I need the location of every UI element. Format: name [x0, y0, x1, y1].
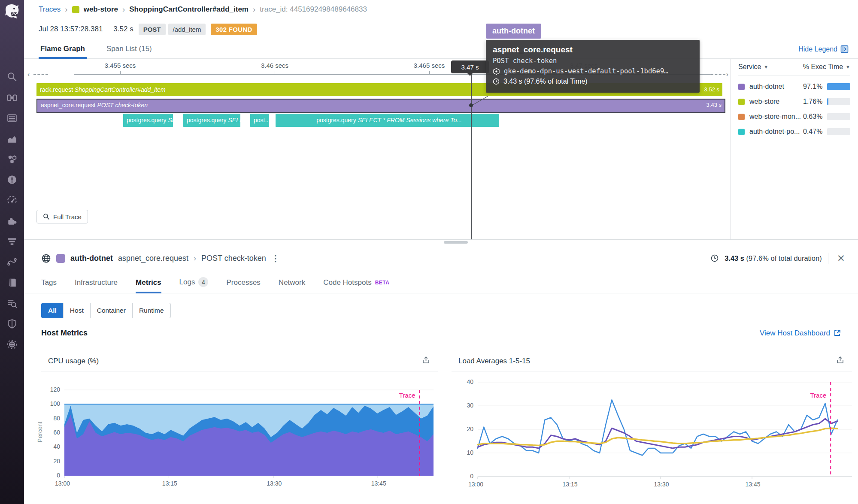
- full-trace-button[interactable]: Full Trace: [36, 210, 88, 223]
- caret-down-icon[interactable]: ▼: [764, 64, 768, 69]
- tab-flame-graph[interactable]: Flame Graph: [39, 45, 87, 58]
- network-globe-icon[interactable]: [7, 339, 17, 350]
- service-map-link-icon[interactable]: [7, 257, 17, 267]
- legend-col-service[interactable]: Service: [738, 63, 761, 71]
- hide-legend-label: Hide Legend: [798, 45, 837, 53]
- dashboards-icon[interactable]: [7, 113, 17, 123]
- divider: [108, 24, 108, 34]
- search-icon[interactable]: [7, 72, 17, 82]
- flame-legend-panel: Service ▼ % Exec Time ▼ auth-dotnet97.1%…: [730, 59, 858, 239]
- view-host-dashboard-link[interactable]: View Host Dashboard: [760, 329, 841, 338]
- time-axis-tick-label: 3.465 secs: [399, 62, 459, 69]
- integrations-puzzle-icon[interactable]: [7, 216, 17, 226]
- legend-row[interactable]: web-store1.76%: [738, 98, 850, 106]
- globe-icon: [41, 254, 51, 263]
- hide-legend-button[interactable]: Hide Legend: [798, 45, 849, 58]
- datadog-logo-icon[interactable]: [4, 4, 20, 21]
- external-link-icon: [834, 329, 841, 337]
- export-chart-icon[interactable]: [836, 356, 844, 366]
- flame-span-bar[interactable]: postgres.query SEL...: [123, 114, 173, 127]
- axis-right-arrow-icon[interactable]: ›: [726, 70, 728, 78]
- http-status-badge: 302 FOUND: [211, 24, 257, 35]
- axis-left-arrow-icon[interactable]: ‹: [27, 70, 30, 78]
- more-options-kebab-icon[interactable]: ⋮: [271, 253, 280, 263]
- metrics-filter-runtime[interactable]: Runtime: [132, 303, 171, 318]
- metrics-filter-all[interactable]: All: [41, 303, 64, 318]
- legend-color-swatch: [738, 84, 745, 90]
- span-tab-code-hotspots[interactable]: Code HotspotsBETA: [323, 278, 389, 293]
- main-content: Traces › web-store › ShoppingCartControl…: [24, 0, 858, 504]
- chevron-right-icon: ›: [65, 5, 67, 14]
- span-tab-infrastructure[interactable]: Infrastructure: [75, 278, 118, 293]
- metrics-chart-icon[interactable]: [7, 133, 17, 144]
- legend-row[interactable]: auth-dotnet97.1%: [738, 83, 850, 91]
- view-tabs: Flame Graph Span List (15) Hide Legend: [24, 39, 858, 59]
- load-chart-title: Load Averages 1-5-15: [458, 357, 530, 365]
- metrics-filter-container[interactable]: Container: [90, 303, 133, 318]
- breadcrumb: Traces › web-store › ShoppingCartControl…: [24, 0, 858, 19]
- infrastructure-hexagons-icon[interactable]: [7, 154, 17, 164]
- legend-col-exec-time[interactable]: % Exec Time: [803, 63, 843, 71]
- legend-color-swatch: [738, 99, 745, 105]
- monitors-alert-icon[interactable]: [7, 175, 17, 185]
- breadcrumb-service[interactable]: web-store: [84, 5, 118, 14]
- close-panel-icon[interactable]: ✕: [834, 253, 848, 264]
- y-axis-tick-label: 0: [42, 472, 60, 479]
- load-averages-chart-card: Load Averages 1-5-15 01020304013:0013:15…: [452, 350, 852, 503]
- span-panel-tabs: TagsInfrastructureMetricsLogs4ProcessesN…: [24, 272, 858, 293]
- traces-flame-icon[interactable]: [7, 236, 17, 247]
- tooltip-service-badge: auth-dotnet: [486, 24, 541, 39]
- flame-span-bar[interactable]: postgres.query SELECT ...: [183, 114, 240, 127]
- flame-span-bar[interactable]: aspnet_core.request POST check-token3.43…: [36, 99, 725, 113]
- span-tab-logs[interactable]: Logs4: [179, 277, 209, 293]
- divider: [828, 253, 828, 264]
- span-duration-label: 3.43 s: [706, 100, 722, 111]
- http-path-chip: /add_item: [168, 24, 206, 35]
- full-trace-label: Full Trace: [53, 213, 82, 220]
- span-tab-network[interactable]: Network: [279, 278, 305, 293]
- span-resource: POST check-token: [201, 254, 266, 263]
- legend-service-name: auth-dotnet: [749, 83, 784, 91]
- legend-service-name: web-store-mon...: [749, 113, 801, 121]
- axis-dash-right: [711, 74, 725, 75]
- span-tab-metrics[interactable]: Metrics: [136, 278, 161, 293]
- notebooks-icon[interactable]: [7, 278, 17, 288]
- breadcrumb-resource[interactable]: ShoppingCartController#add_item: [129, 5, 249, 14]
- tab-span-list[interactable]: Span List (15): [105, 45, 154, 58]
- apm-gauge-icon[interactable]: [7, 195, 17, 205]
- axis-dash-left: [33, 74, 48, 75]
- cpu-usage-plot[interactable]: [64, 390, 434, 476]
- log-explorer-icon[interactable]: [7, 298, 17, 308]
- trace-duration: 3.52 s: [113, 25, 133, 33]
- time-axis-tick-label: 3.46 secs: [245, 62, 305, 69]
- sidebar-nav: [7, 72, 17, 350]
- span-duration: 3.43 s: [725, 254, 744, 262]
- time-axis-tick-label: 3.455 secs: [90, 62, 150, 69]
- trace-marker-label: Trace: [788, 392, 826, 399]
- chevron-right-icon: ›: [122, 5, 125, 14]
- service-color-swatch: [72, 6, 79, 13]
- flame-span-bar[interactable]: postgres.query SELECT * FROM Sessions wh…: [276, 114, 499, 127]
- span-tab-tags[interactable]: Tags: [41, 278, 57, 293]
- legend-exec-pct: 1.76%: [803, 98, 827, 106]
- app-sidebar: [0, 0, 24, 504]
- time-marker-dot: [469, 103, 473, 107]
- flame-span-bar[interactable]: post...: [250, 114, 269, 127]
- drag-handle[interactable]: [444, 241, 468, 244]
- span-duration-note: (97.6% of total duration): [746, 254, 822, 262]
- security-shield-icon[interactable]: [7, 319, 17, 329]
- metrics-filter-host[interactable]: Host: [63, 303, 91, 318]
- export-chart-icon[interactable]: [422, 356, 430, 366]
- y-axis-tick-label: 30: [455, 402, 473, 409]
- legend-exec-bar: [827, 98, 850, 105]
- legend-row[interactable]: web-store-mon...0.63%: [738, 113, 850, 121]
- span-tab-processes[interactable]: Processes: [226, 278, 260, 293]
- flame-graph-section: ‹ › Full Trace 3.455 secs3.46 secs3.465 …: [24, 59, 858, 240]
- breadcrumb-traces-link[interactable]: Traces: [39, 5, 61, 14]
- caret-down-icon[interactable]: ▼: [846, 64, 850, 69]
- watchdog-binoculars-icon[interactable]: [7, 92, 17, 103]
- span-duration-label: 3.52 s: [704, 83, 719, 96]
- legend-row[interactable]: auth-dotnet-po...0.47%: [738, 128, 850, 136]
- time-axis-tick: [275, 71, 275, 75]
- legend-exec-pct: 97.1%: [803, 83, 827, 91]
